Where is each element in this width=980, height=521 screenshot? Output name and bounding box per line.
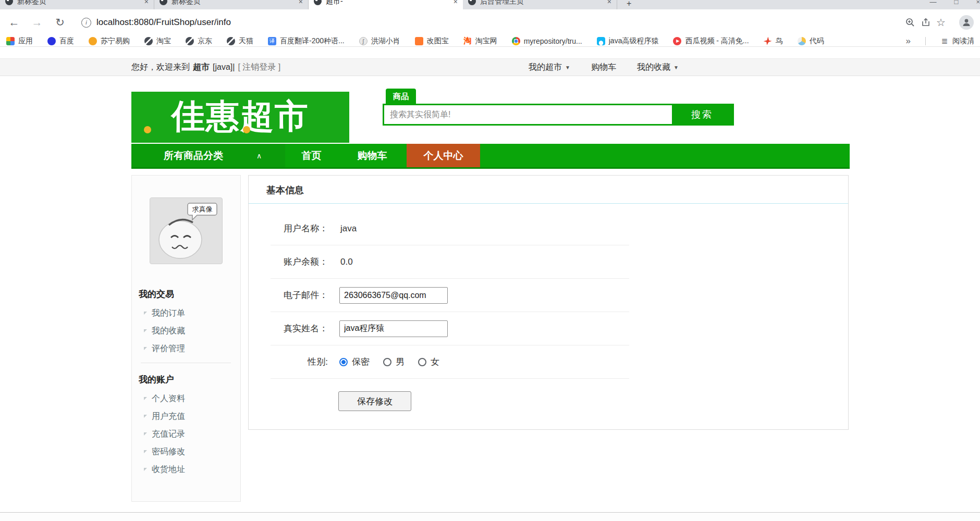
eagle-icon: ʃ bbox=[359, 37, 368, 45]
url-text: localhost:8080/FruitShop/user/info bbox=[96, 17, 900, 28]
sidebar-item-change-password[interactable]: 密码修改 bbox=[139, 443, 240, 461]
product-search-input[interactable] bbox=[384, 105, 672, 124]
save-button[interactable]: 保存修改 bbox=[338, 391, 411, 411]
email-input[interactable] bbox=[339, 287, 448, 304]
profile-panel: 基本信息 用户名称：java账户余额：0.0电子邮件：真实姓名：性别:保密男女 … bbox=[248, 175, 849, 430]
nav-user-center[interactable]: 个人中心 bbox=[407, 144, 480, 167]
radio-option-男[interactable]: 男 bbox=[383, 356, 405, 368]
gender-label: 性别: bbox=[271, 356, 328, 368]
browser-tab[interactable]: 超市-× bbox=[309, 0, 463, 9]
apps-grid-icon bbox=[6, 37, 15, 45]
username-value: java bbox=[340, 224, 357, 234]
globe-dark-icon bbox=[227, 37, 235, 45]
sidebar-item-my-orders[interactable]: 我的订单 bbox=[139, 304, 240, 322]
beachball-icon bbox=[798, 37, 806, 45]
browser-tab[interactable]: 后台管理主页× bbox=[463, 0, 617, 9]
bookmarks-overflow-icon[interactable]: » bbox=[906, 36, 911, 46]
bookmark-item[interactable]: 苏宁易购 bbox=[89, 36, 130, 46]
reading-list-button[interactable]: ≣阅读清单 bbox=[940, 36, 974, 46]
user-avatar[interactable]: 求真像 bbox=[150, 197, 223, 264]
radio-button[interactable] bbox=[339, 358, 348, 366]
bookmark-label: 应用 bbox=[18, 36, 33, 46]
page-info-icon[interactable]: i bbox=[81, 18, 91, 28]
forward-icon[interactable]: → bbox=[29, 16, 45, 29]
radio-button[interactable] bbox=[383, 358, 391, 366]
bookmark-item[interactable]: 淘淘宝网 bbox=[463, 36, 497, 46]
radio-button[interactable] bbox=[418, 358, 426, 366]
bookmark-item[interactable]: 改图宝 bbox=[415, 36, 449, 46]
bookmark-item[interactable]: 百度 bbox=[47, 36, 74, 46]
sidebar-section-title: 我的交易 bbox=[139, 288, 240, 300]
sidebar-item-profile[interactable]: 个人资料 bbox=[139, 390, 240, 407]
bookmark-item[interactable]: 鸟 bbox=[764, 36, 783, 46]
tab-close-icon[interactable]: × bbox=[607, 0, 611, 6]
welcome-my-favorites[interactable]: 我的收藏▼ bbox=[637, 62, 679, 73]
play-red-icon: ▶ bbox=[673, 37, 681, 45]
sidebar-item-review-management[interactable]: 评价管理 bbox=[139, 340, 240, 357]
address-bar[interactable]: i localhost:8080/FruitShop/user/info ☆ bbox=[75, 13, 952, 32]
bullet-icon bbox=[144, 468, 147, 471]
sidebar-item-shipping-address[interactable]: 收货地址 bbox=[139, 461, 240, 478]
sidebar-item-recharge[interactable]: 用户充值 bbox=[139, 407, 240, 425]
new-tab-button[interactable]: + bbox=[627, 0, 631, 8]
email-label: 电子邮件： bbox=[271, 289, 328, 301]
sidebar-item-recharge-history[interactable]: 充值记录 bbox=[139, 425, 240, 443]
sidebar-section-title: 我的账户 bbox=[139, 374, 240, 386]
bookmark-item[interactable]: 代码 bbox=[798, 36, 824, 46]
bookmark-label: 京东 bbox=[198, 36, 212, 46]
nav-all-categories[interactable]: 所有商品分类 ∧ bbox=[131, 144, 285, 167]
tab-close-icon[interactable]: × bbox=[299, 0, 303, 6]
browser-tab[interactable]: 新标签页× bbox=[0, 0, 154, 9]
bookmark-item[interactable]: ▶西瓜视频 - 高清免... bbox=[673, 36, 749, 46]
bookmark-item[interactable]: ʃ洪湖小肖 bbox=[359, 36, 400, 46]
realname-input[interactable] bbox=[339, 320, 448, 337]
reload-icon[interactable]: ↻ bbox=[52, 16, 68, 29]
bookmark-item[interactable]: myrepository/tru... bbox=[512, 37, 582, 45]
close-icon[interactable]: × bbox=[976, 0, 980, 6]
form-row-username: 用户名称：java bbox=[271, 212, 629, 245]
search-box: 搜索 bbox=[383, 104, 734, 126]
bookmark-item[interactable]: java高级程序猿 bbox=[597, 36, 659, 46]
tab-close-icon[interactable]: × bbox=[454, 0, 458, 6]
site-logo[interactable]: 佳惠超市 bbox=[131, 92, 349, 143]
bookmark-label: 苏宁易购 bbox=[101, 36, 130, 46]
bookmark-item[interactable]: 应用 bbox=[6, 36, 33, 46]
tab-favicon-icon bbox=[5, 0, 13, 5]
bookmark-label: 百度 bbox=[59, 36, 74, 46]
zoom-icon[interactable] bbox=[905, 17, 915, 28]
maximize-icon[interactable]: □ bbox=[954, 0, 959, 6]
tab-favicon-icon bbox=[314, 0, 322, 5]
tab-title: 超市- bbox=[326, 0, 449, 6]
welcome-cart[interactable]: 购物车 bbox=[591, 62, 616, 73]
panel-title: 基本信息 bbox=[249, 176, 848, 204]
bookmark-label: 淘宝 bbox=[156, 36, 171, 46]
bookmark-item[interactable]: 译百度翻译-200种语... bbox=[268, 36, 345, 46]
share-icon[interactable] bbox=[921, 17, 931, 28]
translate-icon: 译 bbox=[268, 37, 276, 45]
radio-option-保密[interactable]: 保密 bbox=[339, 356, 370, 368]
tab-title: 后台管理主页 bbox=[480, 0, 603, 6]
welcome-my-shop[interactable]: 我的超市▼ bbox=[529, 62, 570, 73]
nav-cart[interactable]: 购物车 bbox=[338, 144, 407, 167]
bookmark-star-icon[interactable]: ☆ bbox=[936, 16, 946, 29]
bookmark-item[interactable]: 淘宝 bbox=[144, 36, 171, 46]
nav-home[interactable]: 首页 bbox=[285, 144, 338, 167]
tab-close-icon[interactable]: × bbox=[144, 0, 149, 6]
welcome-menu: 我的超市▼购物车我的收藏▼ bbox=[529, 59, 679, 76]
bookmark-item[interactable]: 天猫 bbox=[227, 36, 253, 46]
sidebar-item-my-favorites[interactable]: 我的收藏 bbox=[139, 322, 240, 340]
bookmark-label: 洪湖小肖 bbox=[371, 36, 400, 46]
bookmark-label: 百度翻译-200种语... bbox=[280, 36, 345, 46]
radio-option-女[interactable]: 女 bbox=[418, 356, 439, 368]
back-icon[interactable]: ← bbox=[6, 16, 22, 29]
logout-link[interactable]: [ 注销登录 ] bbox=[238, 62, 280, 73]
profile-avatar-icon[interactable] bbox=[959, 15, 974, 30]
browser-tab[interactable]: 新标签页× bbox=[154, 0, 309, 9]
bullet-icon bbox=[144, 450, 147, 453]
tab-strip: 新标签页×新标签页×超市-×后台管理主页× — □ × + bbox=[0, 0, 980, 9]
search-category-tab[interactable]: 商品 bbox=[386, 89, 416, 104]
search-button[interactable]: 搜索 bbox=[672, 105, 732, 124]
minimize-icon[interactable]: — bbox=[930, 0, 937, 6]
tab-title: 新标签页 bbox=[172, 0, 295, 6]
bookmark-item[interactable]: 京东 bbox=[186, 36, 212, 46]
